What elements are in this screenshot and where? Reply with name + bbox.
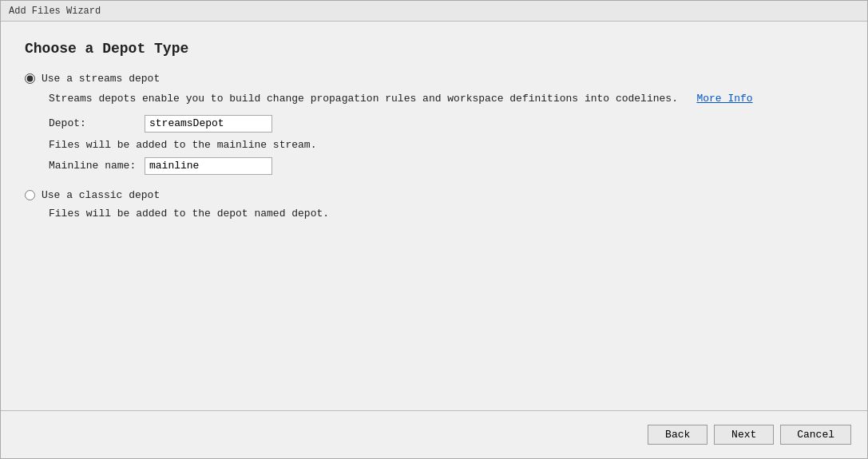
cancel-button[interactable]: Cancel bbox=[780, 425, 851, 445]
wizard-window: Add Files Wizard Choose a Depot Type Use… bbox=[0, 0, 868, 459]
streams-depot-label[interactable]: Use a streams depot bbox=[42, 73, 160, 85]
depot-field-row: Depot: bbox=[49, 115, 843, 133]
classic-depot-group: Use a classic depot Files will be added … bbox=[25, 189, 843, 220]
classic-description: Files will be added to the depot named d… bbox=[49, 208, 843, 220]
back-button[interactable]: Back bbox=[648, 425, 707, 445]
mainline-label: Mainline name: bbox=[49, 160, 145, 172]
streams-depot-radio-row[interactable]: Use a streams depot bbox=[25, 73, 843, 85]
mainline-input[interactable] bbox=[145, 157, 272, 175]
classic-depot-radio-row[interactable]: Use a classic depot bbox=[25, 189, 843, 201]
mainline-field-row: Mainline name: bbox=[49, 157, 843, 175]
streams-description-text: Streams depots enable you to build chang… bbox=[49, 93, 678, 105]
streams-description: Streams depots enable you to build chang… bbox=[49, 91, 843, 107]
title-bar: Add Files Wizard bbox=[1, 1, 867, 22]
streams-depot-content: Streams depots enable you to build chang… bbox=[49, 91, 843, 175]
content-area: Choose a Depot Type Use a streams depot … bbox=[1, 22, 867, 410]
classic-depot-radio[interactable] bbox=[25, 190, 35, 200]
footer: Back Next Cancel bbox=[1, 410, 867, 458]
more-info-link[interactable]: More Info bbox=[696, 93, 752, 105]
streams-depot-group: Use a streams depot Streams depots enabl… bbox=[25, 73, 843, 175]
mainline-description: Files will be added to the mainline stre… bbox=[49, 139, 843, 151]
classic-depot-label[interactable]: Use a classic depot bbox=[42, 189, 160, 201]
window-title: Add Files Wizard bbox=[9, 6, 101, 17]
section-title: Choose a Depot Type bbox=[25, 41, 843, 57]
next-button[interactable]: Next bbox=[714, 425, 774, 445]
depot-input[interactable] bbox=[145, 115, 272, 133]
depot-label: Depot: bbox=[49, 117, 145, 129]
streams-depot-radio[interactable] bbox=[25, 73, 35, 84]
